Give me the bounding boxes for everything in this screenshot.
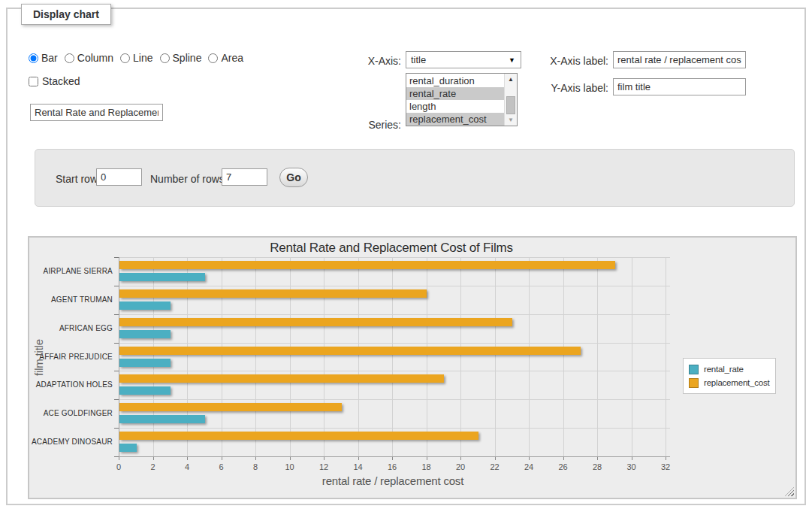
chart-legend: rental_ratereplacement_cost xyxy=(683,358,776,394)
bar-rental_rate xyxy=(119,359,171,367)
gridline xyxy=(563,257,564,456)
category-label: ACE GOLDFINGER xyxy=(29,399,113,428)
chart-type-radio-group: BarColumnLineSplineArea xyxy=(29,52,243,64)
x-tick-label: 8 xyxy=(243,462,268,471)
band-separator xyxy=(119,428,670,429)
y-axis-label-field-label: Y-Axis label: xyxy=(526,82,608,94)
stacked-checkbox[interactable] xyxy=(29,77,38,86)
y-axis-label-input[interactable] xyxy=(613,78,746,95)
x-tick xyxy=(632,457,632,460)
chart-type-option-area[interactable]: Area xyxy=(208,52,243,64)
start-row-input[interactable] xyxy=(96,168,142,186)
gridline xyxy=(392,257,393,456)
x-tick xyxy=(187,457,188,460)
x-tick xyxy=(222,457,222,460)
x-axis-select[interactable]: title ▼ xyxy=(406,51,521,68)
x-tick-label: 12 xyxy=(311,462,337,471)
gridline xyxy=(666,257,666,456)
legend-swatch xyxy=(689,378,699,388)
x-tick xyxy=(597,457,598,460)
x-tick xyxy=(255,457,256,460)
gridline xyxy=(495,257,496,456)
x-tick-label: 14 xyxy=(346,462,371,471)
go-button[interactable]: Go xyxy=(279,168,308,187)
gridline xyxy=(324,257,324,456)
bar-rental_rate xyxy=(119,330,171,338)
x-tick xyxy=(119,457,119,460)
y-axis-title: film title xyxy=(32,317,45,399)
x-tick xyxy=(495,457,496,460)
x-tick-label: 2 xyxy=(140,462,166,471)
bar-rental_rate xyxy=(119,273,205,281)
x-tick-label: 26 xyxy=(551,462,576,471)
bar-replacement_cost xyxy=(119,432,478,440)
bar-replacement_cost xyxy=(119,374,444,383)
row-controls-box xyxy=(35,149,795,207)
number-of-rows-label: Number of rows: xyxy=(150,173,228,185)
chart-type-option-line[interactable]: Line xyxy=(120,52,152,64)
series-option-rental_rate[interactable]: rental_rate xyxy=(406,87,504,100)
chart-type-label: Area xyxy=(221,52,243,64)
gridline xyxy=(255,257,256,456)
y-axis-line xyxy=(119,257,119,457)
stacked-label: Stacked xyxy=(42,75,80,87)
series-option-replacement_cost[interactable]: replacement_cost xyxy=(406,113,504,126)
scrollbar-thumb[interactable] xyxy=(506,96,515,114)
legend-item-rental_rate: rental_rate xyxy=(689,362,770,376)
x-tick xyxy=(153,457,154,460)
x-tick xyxy=(324,457,324,460)
x-axis-label-input[interactable] xyxy=(613,51,746,68)
chart-type-option-column[interactable]: Column xyxy=(65,52,113,64)
x-axis-selected-value: title xyxy=(411,54,426,65)
x-tick-label: 22 xyxy=(482,462,508,471)
gridline xyxy=(222,257,222,456)
chart-type-label: Column xyxy=(77,52,113,64)
chart-type-radio-line[interactable] xyxy=(120,53,130,63)
bar-rental_rate xyxy=(119,444,137,452)
chart-type-radio-bar[interactable] xyxy=(29,53,38,63)
legend-item-replacement_cost: replacement_cost xyxy=(689,376,770,389)
gridline xyxy=(597,257,598,456)
category-label: ACADEMY DINOSAUR xyxy=(29,428,113,456)
x-axis-label-field-label: X-Axis label: xyxy=(526,55,608,67)
scrollbar[interactable]: ▲ ▼ xyxy=(504,74,517,126)
chart-title-input[interactable] xyxy=(30,104,163,121)
series-option-rental_duration[interactable]: rental_duration xyxy=(406,74,504,87)
chart-type-option-spline[interactable]: Spline xyxy=(160,52,202,64)
band-separator xyxy=(119,371,670,371)
gridline xyxy=(529,257,530,456)
legend-swatch xyxy=(689,365,699,374)
gridline xyxy=(632,257,632,456)
bar-rental_rate xyxy=(119,415,205,423)
band-separator xyxy=(119,343,670,344)
band-separator xyxy=(119,399,670,400)
x-axis-line xyxy=(119,456,670,457)
x-tick-label: 24 xyxy=(516,462,542,471)
series-option-length[interactable]: length xyxy=(406,100,504,113)
x-tick-label: 28 xyxy=(584,462,610,471)
chart-type-option-bar[interactable]: Bar xyxy=(29,52,58,64)
chart-type-radio-spline[interactable] xyxy=(160,53,170,63)
category-label: AIRPLANE SIERRA xyxy=(29,257,113,286)
chart-type-label: Bar xyxy=(41,52,58,64)
x-tick-label: 0 xyxy=(106,462,131,471)
scroll-up-icon[interactable]: ▲ xyxy=(505,74,517,85)
number-of-rows-input[interactable] xyxy=(222,168,267,186)
x-axis-field-label: X-Axis: xyxy=(323,55,401,67)
gridline xyxy=(427,257,427,456)
scroll-down-icon[interactable]: ▼ xyxy=(505,114,517,126)
start-row-label: Start row: xyxy=(56,173,101,185)
chart-type-radio-area[interactable] xyxy=(208,53,218,63)
category-label: AGENT TRUMAN xyxy=(29,286,113,314)
legend-label: rental_rate xyxy=(704,365,744,374)
x-tick-label: 32 xyxy=(653,462,678,471)
band-separator xyxy=(119,286,670,286)
gridline xyxy=(358,257,359,456)
x-tick xyxy=(290,457,291,460)
series-listbox[interactable]: rental_durationrental_ratelengthreplacem… xyxy=(406,73,518,126)
x-tick-label: 4 xyxy=(174,462,200,471)
resize-handle-icon[interactable] xyxy=(785,487,794,496)
stacked-option[interactable]: Stacked xyxy=(29,75,80,87)
series-field-label: Series: xyxy=(323,119,401,131)
chart-type-radio-column[interactable] xyxy=(65,53,74,63)
